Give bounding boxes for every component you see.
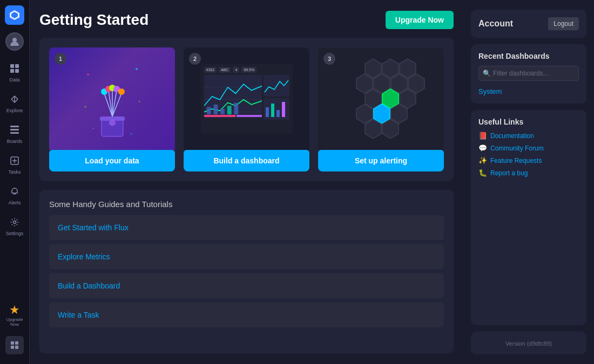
- stat-4: 99.5%: [241, 67, 256, 73]
- svg-rect-15: [11, 341, 14, 345]
- dash-chart-side: [264, 75, 289, 118]
- sidebar-item-label: Alerts: [8, 200, 21, 205]
- header-row: Getting Started Upgrade Now: [39, 11, 454, 29]
- svg-rect-18: [15, 346, 18, 349]
- account-section: Account Logout: [471, 10, 586, 38]
- svg-rect-43: [220, 109, 225, 114]
- guide-link-1[interactable]: Get Started with Flux: [58, 223, 129, 232]
- svg-rect-4: [15, 64, 19, 68]
- sidebar-item-data[interactable]: Data: [2, 60, 28, 86]
- useful-link-docs[interactable]: 📕 Documentation: [478, 132, 579, 140]
- explore-icon: [10, 94, 19, 107]
- page-title: Getting Started: [39, 11, 148, 29]
- sidebar-item-explore[interactable]: Explore: [2, 91, 28, 116]
- guides-title: Some Handy Guides and Tutorials: [49, 200, 444, 209]
- useful-link-features[interactable]: ✨ Feature Requests: [478, 156, 579, 164]
- svg-rect-45: [234, 102, 238, 114]
- load-data-button[interactable]: Load your data: [49, 150, 175, 171]
- sidebar-item-tasks[interactable]: Tasks: [2, 153, 28, 178]
- card-load-data: 1: [49, 47, 175, 171]
- svg-line-22: [104, 93, 112, 116]
- logout-button[interactable]: Logout: [548, 17, 579, 30]
- svg-rect-8: [10, 126, 19, 127]
- guide-item-2[interactable]: Explore Metrics: [49, 244, 444, 269]
- bug-emoji: 🐛: [478, 169, 487, 177]
- features-emoji: ✨: [478, 156, 487, 164]
- bug-link[interactable]: Report a bug: [490, 169, 528, 177]
- guide-item-1[interactable]: Get Started with Flux: [49, 215, 444, 240]
- recent-dashboards-title: Recent Dashboards: [478, 52, 579, 60]
- data-icon: [10, 64, 19, 76]
- svg-rect-49: [271, 104, 274, 117]
- upgrade-now-sidebar[interactable]: ★ Upgrade Now: [6, 303, 23, 327]
- svg-line-25: [112, 91, 117, 116]
- dash-chart-main: [204, 75, 262, 118]
- community-emoji: 💬: [478, 144, 487, 152]
- main-content: Getting Started Upgrade Now 1: [30, 0, 463, 364]
- filter-input-wrap: 🔍: [478, 66, 579, 81]
- filter-input[interactable]: [478, 66, 579, 81]
- features-link[interactable]: Feature Requests: [490, 157, 542, 164]
- svg-point-14: [14, 221, 16, 224]
- mini-chart-2: [264, 98, 289, 120]
- svg-rect-5: [10, 69, 14, 73]
- useful-link-bug[interactable]: 🐛 Report a bug: [478, 169, 579, 177]
- guide-item-3[interactable]: Build a Dashboard: [49, 273, 444, 298]
- tasks-icon: [10, 156, 19, 168]
- guide-item-4[interactable]: Write a Task: [49, 303, 444, 327]
- dash-header: 4392 ABC 4 99.5%: [204, 67, 289, 73]
- useful-link-community[interactable]: 💬 Community Forum: [478, 144, 579, 152]
- guide-link-3[interactable]: Build a Dashboard: [58, 281, 120, 290]
- svg-line-23: [109, 91, 112, 116]
- card-build-dashboard: 2 4392 ABC 4 99.5%: [184, 47, 309, 171]
- logo[interactable]: [5, 5, 24, 25]
- sidebar-item-label: Data: [9, 77, 19, 83]
- sidebar-bottom-action[interactable]: [5, 336, 24, 354]
- card-2-bg: 4392 ABC 4 99.5%: [184, 47, 309, 150]
- card-2-image: 2 4392 ABC 4 99.5%: [184, 47, 309, 150]
- svg-point-33: [136, 68, 138, 70]
- card-3-bg: [318, 47, 444, 150]
- guide-link-4[interactable]: Write a Task: [58, 311, 99, 319]
- sidebar: Data Explore Boards: [0, 0, 30, 364]
- upgrade-now-button[interactable]: Upgrade Now: [386, 11, 454, 29]
- build-dashboard-button[interactable]: Build a dashboard: [184, 150, 309, 171]
- dashboard-link-system[interactable]: System: [478, 87, 502, 95]
- svg-rect-16: [15, 341, 18, 345]
- account-header: Account Logout: [478, 17, 579, 30]
- guide-link-2[interactable]: Explore Metrics: [58, 252, 110, 261]
- sidebar-item-label: Tasks: [8, 169, 21, 175]
- mini-chart-1: [264, 75, 289, 97]
- version-text: Version (d9dfc89): [505, 340, 552, 347]
- alerts-icon: [10, 187, 19, 199]
- avatar[interactable]: [5, 32, 24, 51]
- card-1-image: 1: [49, 47, 175, 150]
- stat-2: ABC: [219, 67, 231, 73]
- svg-point-35: [138, 101, 140, 102]
- dashboard-mock: 4392 ABC 4 99.5%: [201, 64, 293, 134]
- svg-rect-41: [206, 107, 211, 114]
- set-up-alerting-button[interactable]: Set up alerting: [318, 150, 444, 171]
- svg-rect-3: [10, 64, 14, 68]
- sidebar-item-settings[interactable]: Settings: [2, 214, 28, 239]
- svg-point-31: [118, 88, 125, 95]
- svg-rect-47: [237, 115, 262, 116]
- svg-rect-10: [10, 132, 19, 134]
- svg-line-26: [112, 93, 122, 116]
- svg-rect-42: [213, 105, 218, 114]
- sidebar-item-boards[interactable]: Boards: [2, 122, 28, 147]
- svg-rect-9: [10, 129, 19, 131]
- sidebar-item-label: Explore: [6, 108, 23, 113]
- svg-rect-50: [276, 110, 280, 117]
- search-icon: 🔍: [483, 70, 491, 77]
- sidebar-item-alerts[interactable]: Alerts: [2, 183, 28, 209]
- docs-emoji: 📕: [478, 132, 487, 140]
- card-3-image: 3: [318, 47, 444, 150]
- sidebar-item-label: Boards: [7, 139, 23, 144]
- community-link[interactable]: Community Forum: [490, 145, 544, 152]
- svg-rect-17: [11, 346, 14, 349]
- docs-link[interactable]: Documentation: [490, 132, 534, 140]
- star-icon: ★: [9, 303, 20, 317]
- svg-rect-48: [266, 107, 269, 117]
- card-1-number: 1: [55, 53, 66, 65]
